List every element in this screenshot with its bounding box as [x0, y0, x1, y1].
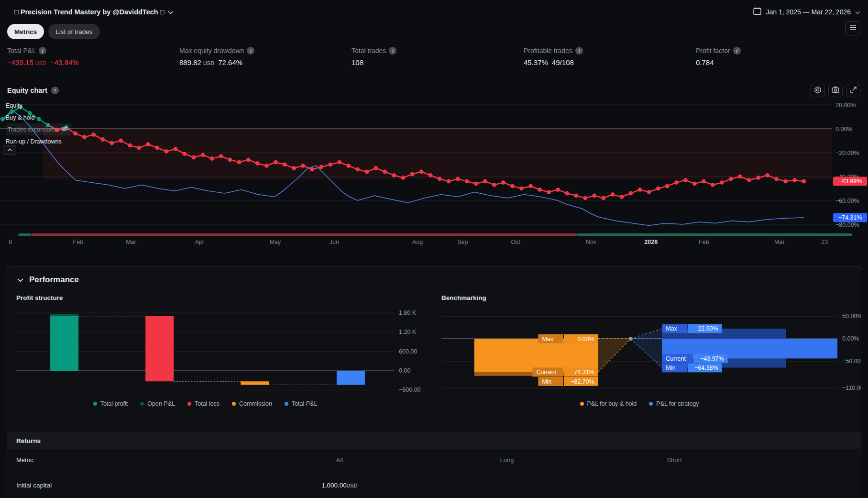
legend-item-equity[interactable]: Equity	[6, 100, 71, 111]
equity-point	[647, 190, 651, 194]
performance-charts: Profit structure 1.80 K1.20 K600.000.00−…	[7, 294, 861, 424]
equity-point	[528, 184, 533, 188]
chip-label: Max	[666, 325, 677, 332]
legend-label: P&L for buy & hold	[587, 400, 637, 407]
metric-value: 45.37%	[524, 58, 548, 66]
buyhold-range-bar[interactable]	[474, 339, 598, 372]
camera-snapshot-button[interactable]	[828, 84, 843, 97]
chart-settings-button[interactable]	[811, 84, 825, 97]
legend-label: Commission	[239, 400, 272, 407]
equity-point	[346, 164, 351, 168]
equity-point	[492, 183, 496, 187]
info-icon[interactable]: i	[39, 47, 46, 55]
legend-item[interactable]: P&L for buy & hold	[580, 400, 637, 407]
equity-point	[165, 149, 169, 154]
strategy-title-menu[interactable]: □ Precision Trend Mastery by @DaviddTech…	[14, 8, 174, 16]
help-icon[interactable]: ?	[51, 87, 59, 94]
waterfall-bar[interactable]	[241, 381, 269, 385]
metric-extra: 49/108	[552, 58, 574, 66]
legend-dot-icon	[285, 402, 288, 406]
benchmarking-svg[interactable]: 50.00%0.00%−50.00%−110.00%Max0.00%Curren…	[441, 309, 861, 394]
y-axis-label: −600.00	[399, 387, 421, 393]
runup-drawdown-strip	[18, 233, 31, 236]
legend-item[interactable]: Total profit	[93, 400, 128, 407]
equity-point	[802, 179, 806, 184]
equity-point	[264, 164, 269, 168]
info-icon[interactable]: i	[575, 47, 583, 55]
legend-item[interactable]: P&L for strategy	[649, 400, 699, 407]
legend-collapse-button[interactable]	[3, 145, 16, 155]
legend-label: Total P&L	[292, 400, 318, 407]
equity-point	[319, 165, 323, 169]
info-icon[interactable]: i	[733, 47, 741, 55]
profit-structure-title: Profit structure	[16, 294, 431, 309]
tab-metrics[interactable]: Metrics	[7, 24, 44, 39]
equity-point	[0, 117, 5, 122]
x-axis-label: Apr	[195, 239, 204, 245]
performance-title: Performance	[29, 275, 79, 285]
waterfall-bar[interactable]	[50, 316, 78, 371]
equity-point	[310, 167, 314, 172]
y-axis-label: 1.80 K	[399, 310, 417, 316]
equity-point	[255, 161, 260, 166]
performance-card: Performance Profit structure 1.80 K1.20 …	[7, 266, 861, 498]
date-range-picker[interactable]: Jan 1, 2025 — Mar 22, 2026	[753, 7, 860, 17]
equity-point	[292, 166, 296, 170]
table-row[interactable]: Initial capital 1,000.00 USD	[7, 471, 861, 498]
equity-point	[474, 182, 478, 186]
equity-point	[447, 179, 451, 184]
view-tabs: Metrics List of trades	[0, 19, 868, 39]
equity-point	[702, 179, 706, 184]
metric-label: Profit factor	[696, 47, 730, 55]
convergence-node	[629, 337, 633, 341]
runup-drawdown-strip	[577, 233, 852, 236]
fullscreen-button[interactable]	[846, 84, 860, 97]
equity-point	[547, 190, 551, 194]
metric-profit-factor: Profit factori 0.784	[696, 47, 868, 74]
legend-item-trades-excursions[interactable]: Trades excursions	[6, 123, 71, 135]
performance-section-header[interactable]: Performance	[7, 266, 861, 293]
legend-item[interactable]: Open P&L	[140, 400, 175, 407]
returns-section-header[interactable]: Returns	[7, 432, 861, 449]
metric-extra: −43.84%	[50, 58, 79, 66]
equity-point	[747, 178, 751, 182]
metric-label: Max equity drawdown	[179, 47, 244, 55]
tab-list-of-trades[interactable]: List of trades	[48, 24, 99, 39]
col-all: All	[256, 456, 423, 464]
equity-chart[interactable]: Equity Buy & hold Trades excursions Run-…	[0, 98, 868, 249]
info-icon[interactable]: i	[247, 47, 254, 55]
date-range-label: Jan 1, 2025 — Mar 22, 2026	[766, 8, 851, 16]
returns-table-header: Metric All Long Short	[7, 449, 861, 471]
profit-structure-svg[interactable]: 1.80 K1.20 K600.000.00−600.00	[16, 309, 431, 394]
layout-list-button[interactable]	[845, 21, 860, 35]
equity-point	[337, 160, 341, 165]
waterfall-bar[interactable]	[145, 316, 174, 382]
equity-point	[410, 172, 415, 177]
equity-point	[674, 180, 679, 185]
y-axis-label: −20.00%	[835, 150, 859, 156]
metric-extra: 72.64%	[218, 58, 242, 66]
legend-item[interactable]: Total loss	[187, 400, 220, 407]
equity-point	[137, 146, 141, 150]
equity-point	[155, 146, 160, 150]
metric-total-trades: Total tradesi 108	[352, 47, 524, 74]
legend-item[interactable]: Commission	[232, 400, 272, 407]
col-short: Short	[591, 456, 758, 464]
x-axis-label: 8	[9, 239, 12, 245]
info-icon[interactable]: i	[389, 47, 396, 55]
waterfall-bar[interactable]	[337, 371, 365, 385]
legend-item[interactable]: Total P&L	[285, 400, 318, 407]
equity-point	[301, 164, 305, 168]
equity-point	[611, 192, 615, 197]
legend-label: Open P&L	[147, 400, 175, 407]
chip-label: Min	[542, 378, 551, 385]
profit-structure-block: Profit structure 1.80 K1.20 K600.000.00−…	[16, 294, 431, 407]
metric-unit: USD	[203, 60, 214, 66]
x-axis-label: Jun	[330, 239, 339, 245]
equity-point	[364, 170, 369, 174]
legend-item-buy-and-hold[interactable]: Buy & hold	[6, 111, 71, 123]
y-axis-label: 0.00%	[842, 335, 859, 342]
equity-chart-svg[interactable]: 20.00%0.00%−20.00%−40.00%−60.00%−80.00%−…	[0, 98, 868, 249]
equity-point	[629, 191, 633, 196]
x-axis-label: Mar	[126, 239, 136, 245]
